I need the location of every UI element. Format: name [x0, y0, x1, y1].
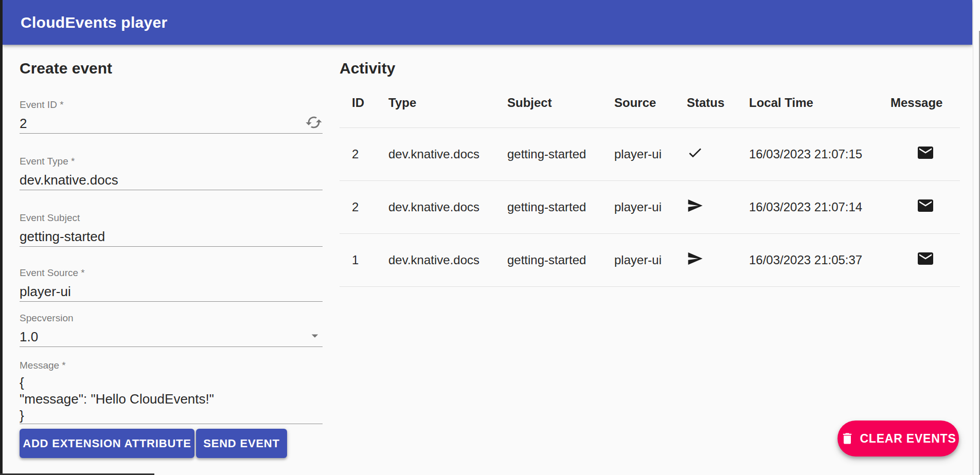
cell-status	[687, 127, 749, 180]
column-header-local-time: Local Time	[749, 79, 890, 127]
event-id-value[interactable]: 2	[20, 116, 27, 132]
cell-subject: getting-started	[507, 127, 614, 180]
table-header-row: ID Type Subject Source Status Local Time…	[340, 79, 960, 127]
cloudevents-player-app: CloudEvents player Create event Event ID…	[0, 0, 980, 475]
event-subject-value[interactable]: getting-started	[20, 229, 105, 245]
cell-status	[687, 233, 749, 286]
send-icon	[687, 203, 703, 216]
message-field[interactable]: Message * { "message": "Hello CloudEvent…	[20, 360, 323, 424]
cell-local-time: 16/03/2023 21:05:37	[749, 233, 890, 286]
column-header-type: Type	[388, 79, 507, 127]
cell-local-time: 16/03/2023 21:07:14	[749, 180, 890, 233]
send-event-button[interactable]: SEND EVENT	[196, 429, 287, 458]
cell-type: dev.knative.docs	[388, 180, 507, 233]
specversion-label: Specversion	[20, 313, 323, 324]
cell-type: dev.knative.docs	[388, 127, 507, 180]
clear-events-button[interactable]: CLEAR EVENTS	[838, 421, 959, 456]
event-source-label: Event Source *	[20, 267, 323, 279]
email-icon[interactable]	[916, 151, 935, 165]
email-icon[interactable]	[916, 257, 935, 270]
cell-message	[890, 180, 960, 233]
cell-status	[687, 180, 749, 233]
message-label: Message *	[20, 360, 323, 371]
app-bar: CloudEvents player	[3, 0, 972, 45]
cell-subject: getting-started	[507, 233, 614, 286]
window-left-edge	[0, 0, 3, 475]
form-buttons-row: ADD EXTENSION ATTRIBUTE SEND EVENT	[20, 429, 323, 458]
specversion-value[interactable]: 1.0	[20, 329, 38, 345]
arrow-drop-down-icon[interactable]	[307, 328, 323, 345]
cell-subject: getting-started	[507, 180, 614, 233]
column-header-status: Status	[687, 79, 749, 127]
cell-source: player-ui	[614, 180, 687, 233]
cell-message	[890, 127, 960, 180]
send-icon	[687, 255, 703, 269]
event-source-field[interactable]: Event Source * player-ui	[20, 267, 323, 302]
cached-icon[interactable]	[305, 114, 323, 133]
cell-local-time: 16/03/2023 21:07:15	[749, 127, 890, 180]
add-extension-attribute-button[interactable]: ADD EXTENSION ATTRIBUTE	[20, 429, 194, 458]
delete-icon	[840, 431, 854, 446]
column-header-id: ID	[340, 79, 388, 127]
check-icon	[687, 150, 703, 163]
event-type-label: Event Type *	[20, 156, 323, 167]
cell-type: dev.knative.docs	[388, 233, 507, 286]
specversion-select[interactable]: Specversion 1.0	[20, 313, 323, 347]
event-type-field[interactable]: Event Type * dev.knative.docs	[20, 156, 323, 190]
event-type-value[interactable]: dev.knative.docs	[20, 172, 118, 188]
email-icon[interactable]	[916, 204, 935, 217]
cell-id: 2	[340, 180, 388, 233]
event-subject-label: Event Subject	[20, 212, 323, 224]
column-header-message: Message	[890, 79, 960, 127]
cell-id: 2	[340, 127, 388, 180]
cell-id: 1	[340, 233, 388, 286]
app-title: CloudEvents player	[3, 14, 167, 31]
table-row[interactable]: 2 dev.knative.docs getting-started playe…	[340, 127, 960, 180]
event-id-label: Event ID *	[20, 99, 323, 111]
table-row[interactable]: 2 dev.knative.docs getting-started playe…	[340, 180, 960, 233]
activity-section: Activity ID Type Subject Source Status L…	[340, 58, 960, 287]
create-event-section: Create event Event ID * 2 Event Type * d…	[20, 58, 323, 458]
activity-table: ID Type Subject Source Status Local Time…	[340, 79, 960, 287]
cell-source: player-ui	[614, 233, 687, 286]
cell-message	[890, 233, 960, 286]
event-source-value[interactable]: player-ui	[20, 284, 71, 300]
table-row[interactable]: 1 dev.knative.docs getting-started playe…	[340, 233, 960, 286]
message-value[interactable]: { "message": "Hello CloudEvents!" }	[20, 374, 323, 424]
column-header-source: Source	[614, 79, 687, 127]
clear-events-label: CLEAR EVENTS	[860, 432, 956, 446]
event-id-field[interactable]: Event ID * 2	[20, 99, 323, 134]
activity-heading: Activity	[340, 58, 960, 79]
create-event-heading: Create event	[20, 58, 323, 79]
cell-source: player-ui	[614, 127, 687, 180]
column-header-subject: Subject	[507, 79, 614, 127]
event-subject-field[interactable]: Event Subject getting-started	[20, 212, 323, 247]
